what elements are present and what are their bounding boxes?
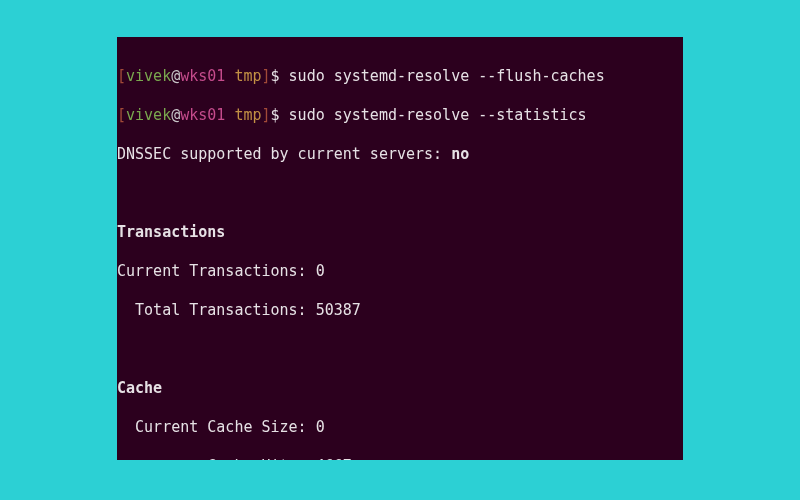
stat-label: Cache Hits: xyxy=(117,457,316,461)
prompt-dir: tmp xyxy=(234,106,261,124)
dnssec-supported-label: DNSSEC supported by current servers: xyxy=(117,145,451,163)
command-line-2: [vivek@wks01 tmp]$ sudo systemd-resolve … xyxy=(117,106,683,126)
bracket-open: [ xyxy=(117,106,126,124)
prompt-at: @ xyxy=(171,106,180,124)
prompt-host: wks01 xyxy=(180,67,225,85)
stat-value: 50387 xyxy=(316,301,361,319)
command-text: sudo systemd-resolve --statistics xyxy=(289,106,587,124)
stat-value: 0 xyxy=(316,418,325,436)
prompt-host: wks01 xyxy=(180,106,225,124)
blank-line xyxy=(117,340,683,360)
dnssec-supported-value: no xyxy=(451,145,469,163)
section-title-transactions: Transactions xyxy=(117,223,683,243)
bracket-close: ] xyxy=(262,106,271,124)
stat-row: Total Transactions: 50387 xyxy=(117,301,683,321)
prompt-at: @ xyxy=(171,67,180,85)
stat-label: Total Transactions: xyxy=(117,301,316,319)
bracket-open: [ xyxy=(117,67,126,85)
terminal-window[interactable]: [vivek@wks01 tmp]$ sudo systemd-resolve … xyxy=(117,37,683,460)
stat-label: Current Transactions: xyxy=(117,262,316,280)
stat-row: Current Cache Size: 0 xyxy=(117,418,683,438)
command-line-1: [vivek@wks01 tmp]$ sudo systemd-resolve … xyxy=(117,67,683,87)
prompt-user: vivek xyxy=(126,67,171,85)
stat-value: 4667 xyxy=(316,457,352,461)
bracket-close: ] xyxy=(262,67,271,85)
prompt-dollar: $ xyxy=(271,67,289,85)
blank-line xyxy=(117,184,683,204)
prompt-user: vivek xyxy=(126,106,171,124)
stat-row: Current Transactions: 0 xyxy=(117,262,683,282)
stat-label: Current Cache Size: xyxy=(117,418,316,436)
prompt-dollar: $ xyxy=(271,106,289,124)
section-title-cache: Cache xyxy=(117,379,683,399)
stat-row: Cache Hits: 4667 xyxy=(117,457,683,461)
dnssec-supported-line: DNSSEC supported by current servers: no xyxy=(117,145,683,165)
prompt-dir: tmp xyxy=(234,67,261,85)
command-text: sudo systemd-resolve --flush-caches xyxy=(289,67,605,85)
stat-value: 0 xyxy=(316,262,325,280)
